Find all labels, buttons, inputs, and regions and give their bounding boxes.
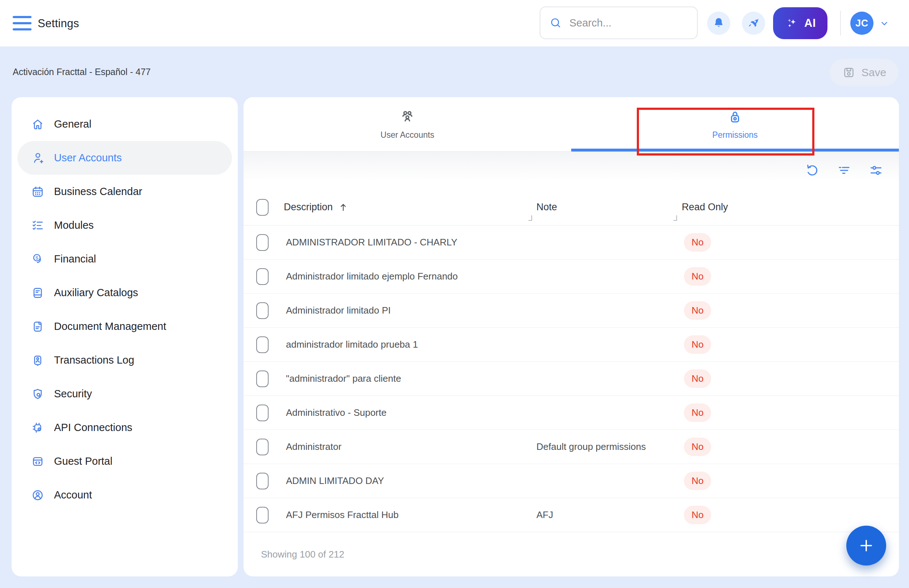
account-icon — [31, 488, 45, 502]
sidebar-item-label: Guest Portal — [54, 456, 112, 467]
cell-description: Administrador limitado PI — [284, 305, 536, 316]
row-checkbox[interactable] — [256, 268, 268, 285]
sidebar-item-label: Document Management — [54, 320, 166, 333]
sidebar-item-user-accounts[interactable]: User Accounts — [18, 141, 232, 175]
column-settings-button[interactable] — [869, 163, 884, 178]
cell-description: Administrador limitado ejemplo Fernando — [284, 271, 536, 282]
sort-ascending-icon — [338, 202, 349, 213]
search-box[interactable] — [540, 6, 698, 39]
svg-text:$: $ — [36, 255, 39, 260]
ai-label: AI — [804, 17, 816, 30]
row-checkbox[interactable] — [256, 336, 268, 353]
add-permission-button[interactable] — [846, 526, 886, 565]
sidebar-item-general[interactable]: General — [18, 107, 232, 141]
document-icon — [31, 320, 45, 333]
group-icon — [399, 108, 416, 125]
sidebar-item-guest-portal[interactable]: Guest Portal — [18, 444, 232, 478]
refresh-button[interactable] — [805, 163, 820, 178]
whats-new-button[interactable] — [742, 11, 765, 35]
column-header-description[interactable]: Description — [284, 202, 536, 213]
sidebar-item-label: Transactions Log — [54, 354, 134, 366]
settings-page: Settings AI JC Activación Fracttal - Esp… — [0, 0, 909, 588]
tab-label: Permissions — [712, 130, 757, 140]
user-add-icon — [31, 151, 45, 165]
column-header-label: Description — [284, 202, 333, 213]
cell-description: administrador limitado prueba 1 — [284, 339, 536, 350]
column-header-note[interactable]: Note — [536, 202, 682, 213]
row-checkbox[interactable] — [256, 370, 268, 387]
table-row[interactable]: Administrador limitado ejemplo Fernando … — [244, 260, 899, 294]
sidebar-item-label: General — [54, 118, 91, 130]
read-only-badge: No — [684, 301, 711, 320]
row-checkbox[interactable] — [256, 405, 268, 421]
read-only-badge: No — [684, 404, 711, 422]
search-icon — [549, 16, 562, 29]
sidebar-item-transactions-log[interactable]: Transactions Log — [18, 343, 232, 377]
sidebar-item-auxiliary-catalogs[interactable]: Auxiliary Catalogs — [18, 276, 232, 310]
ai-assistant-button[interactable]: AI — [773, 7, 827, 39]
sidebar-item-modules[interactable]: Modules — [18, 208, 232, 242]
user-accounts-panel: User Accounts Permissions Description — [244, 97, 899, 577]
tab-permissions[interactable]: Permissions — [571, 97, 899, 151]
table-row[interactable]: Administrator Default group permissions … — [244, 430, 899, 464]
avatar[interactable]: JC — [850, 11, 873, 35]
tune-icon — [869, 163, 884, 178]
checklist-icon — [31, 219, 45, 233]
row-checkbox[interactable] — [256, 439, 268, 456]
sidebar-item-financial[interactable]: $ Financial — [18, 242, 232, 276]
hamburger-menu-icon[interactable] — [13, 16, 32, 31]
tab-user-accounts[interactable]: User Accounts — [244, 97, 571, 151]
cell-description: ADMIN LIMITADO DAY — [284, 475, 536, 486]
sidebar-item-security[interactable]: Security — [18, 377, 232, 411]
column-resize-handle[interactable] — [673, 215, 677, 221]
chevron-down-icon[interactable] — [878, 18, 890, 29]
row-checkbox[interactable] — [256, 234, 268, 251]
breadcrumb: Activación Fracttal - Español - 477 — [13, 67, 151, 77]
top-bar: Settings AI JC — [0, 0, 909, 47]
table-row[interactable]: ADMIN LIMITADO DAY No — [244, 464, 899, 498]
table-row[interactable]: "administrador" para cliente No — [244, 362, 899, 396]
catalog-icon — [31, 286, 45, 300]
floppy-icon — [842, 66, 856, 79]
row-checkbox[interactable] — [256, 473, 268, 489]
sidebar-item-account[interactable]: Account — [18, 478, 232, 512]
column-resize-handle[interactable] — [528, 215, 532, 221]
row-checkbox[interactable] — [256, 507, 268, 523]
rocket-icon — [747, 16, 760, 30]
sidebar-item-business-calendar[interactable]: Business Calendar — [18, 175, 232, 208]
table-row[interactable]: Administrativo - Suporte No — [244, 396, 899, 430]
read-only-badge: No — [684, 335, 711, 354]
tab-label: User Accounts — [381, 130, 434, 140]
sidebar-item-api-connections[interactable]: API Connections — [18, 411, 232, 444]
read-only-badge: No — [684, 438, 711, 456]
select-all-checkbox[interactable] — [256, 199, 268, 216]
table-row[interactable]: ADMINISTRADOR LIMITADO - CHARLY No — [244, 226, 899, 260]
save-button-label: Save — [862, 66, 886, 79]
save-button[interactable]: Save — [830, 59, 898, 86]
row-checkbox[interactable] — [256, 302, 268, 319]
sparkles-icon — [785, 16, 799, 31]
lock-icon — [727, 108, 743, 125]
column-header-read-only[interactable]: Read Only — [682, 202, 899, 213]
cell-description: "administrador" para cliente — [284, 373, 536, 384]
coin-icon: $ — [31, 252, 45, 266]
filter-button[interactable] — [836, 163, 852, 178]
table-row[interactable]: AFJ Permisos Fracttal Hub AFJ No — [244, 498, 899, 532]
cell-description: AFJ Permisos Fracttal Hub — [284, 509, 536, 520]
sidebar-item-document-management[interactable]: Document Management — [18, 310, 232, 343]
bell-icon — [712, 16, 726, 30]
page-title: Settings — [38, 17, 79, 30]
table-row[interactable]: Administrador limitado PI No — [244, 294, 899, 328]
search-input[interactable] — [569, 17, 688, 29]
read-only-badge: No — [684, 506, 711, 524]
calendar-icon — [31, 185, 45, 199]
cell-description: Administrativo - Suporte — [284, 407, 536, 418]
notifications-button[interactable] — [707, 11, 730, 35]
tab-bar: User Accounts Permissions — [244, 97, 899, 152]
filter-icon — [836, 163, 852, 178]
sidebar-item-label: User Accounts — [54, 152, 122, 164]
table-footer-count: Showing 100 of 212 — [244, 532, 899, 560]
table-toolbar — [244, 152, 899, 189]
table-row[interactable]: administrador limitado prueba 1 No — [244, 328, 899, 362]
refresh-icon — [805, 163, 820, 178]
